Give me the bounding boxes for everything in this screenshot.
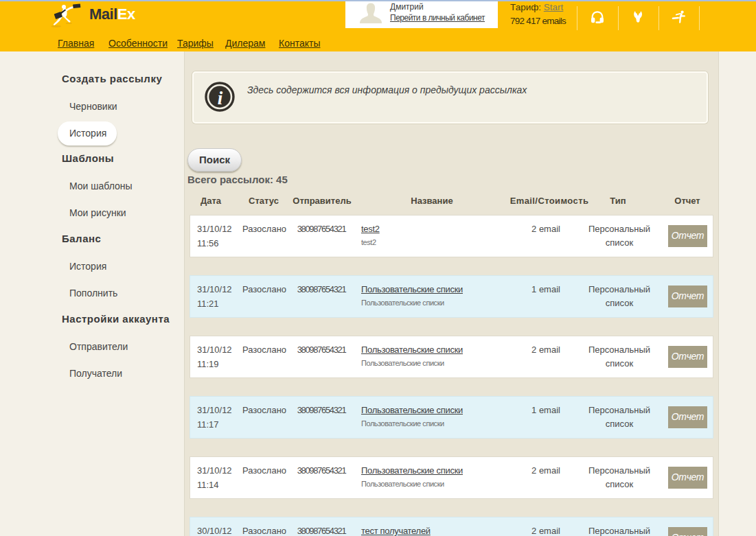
svg-text:i: i	[218, 88, 223, 108]
